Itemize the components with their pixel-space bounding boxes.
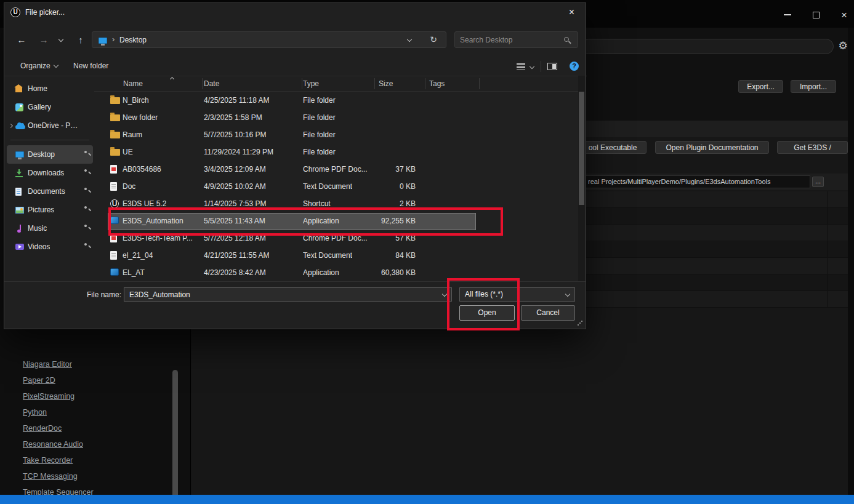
- file-size: 2 KB: [342, 199, 416, 208]
- plugin-list-item-tcp-messaging[interactable]: TCP Messaging: [23, 468, 164, 484]
- plugin-list-item-renderdoc[interactable]: RenderDoc: [23, 420, 164, 436]
- column-divider[interactable]: [374, 78, 375, 89]
- sort-ascending-icon: [170, 77, 174, 81]
- column-header-type[interactable]: Type: [303, 79, 319, 88]
- app-icon: [110, 217, 119, 224]
- maximize-button[interactable]: [810, 9, 822, 21]
- export-button[interactable]: Export...: [738, 80, 783, 93]
- close-button[interactable]: [838, 9, 850, 21]
- videos-icon: [15, 244, 24, 250]
- pin-icon: [84, 224, 87, 228]
- file-type: Application: [303, 268, 339, 277]
- address-dropdown-chevron-icon[interactable]: [407, 37, 412, 42]
- file-date: 4/25/2025 11:18 AM: [204, 96, 270, 105]
- open-button[interactable]: Open: [459, 305, 515, 321]
- file-name: E3DS_Automation: [123, 217, 183, 225]
- column-header-date[interactable]: Date: [204, 79, 219, 88]
- file-row-ue[interactable]: UE11/29/2024 11:29 PMFile folder: [94, 143, 579, 161]
- column-divider[interactable]: [479, 78, 480, 89]
- sidebar-item-home[interactable]: Home: [7, 79, 93, 98]
- new-folder-button[interactable]: New folder: [73, 62, 108, 70]
- open-plugin-documentation-button[interactable]: Open Plugin Documentation: [655, 141, 769, 154]
- column-divider[interactable]: [202, 78, 203, 89]
- table-row: [579, 291, 848, 308]
- plugin-path-field[interactable]: real Projects/MultiPlayerDemo/Plugins/E3…: [584, 175, 810, 188]
- resize-grip[interactable]: [578, 321, 582, 326]
- onedrive-icon: [15, 125, 25, 129]
- sidebar-item-desktop[interactable]: Desktop: [7, 145, 93, 164]
- sidebar-item-gallery[interactable]: Gallery: [7, 98, 93, 116]
- minimize-button[interactable]: [781, 9, 794, 21]
- column-divider[interactable]: [302, 78, 302, 89]
- up-button[interactable]: [73, 33, 88, 47]
- file-row-el-21-04[interactable]: el_21_044/21/2025 11:55 AMText Document8…: [94, 247, 579, 264]
- minimize-icon: [784, 14, 791, 15]
- recent-locations-chevron-icon[interactable]: [58, 37, 63, 42]
- column-header-tags[interactable]: Tags: [429, 79, 445, 88]
- breadcrumb-location[interactable]: Desktop: [119, 36, 147, 44]
- file-row-new-folder[interactable]: New folder2/3/2025 1:58 PMFile folder: [94, 109, 579, 126]
- sidebar-item-videos[interactable]: Videos: [7, 238, 93, 256]
- file-row-el-at[interactable]: EL_AT4/23/2025 8:42 AMApplication60,380 …: [94, 264, 579, 281]
- file-row-e3ds-tech-team-p[interactable]: E3DS-Tech-Team P...5/7/2025 12:18 AMChro…: [94, 230, 579, 247]
- file-row-ab0354686[interactable]: AB03546863/4/2025 12:09 AMChrome PDF Doc…: [94, 161, 579, 178]
- file-type-select[interactable]: All files (*.*): [459, 287, 575, 302]
- file-name: E3DS-Tech-Team P...: [123, 234, 193, 242]
- preview-pane-icon[interactable]: [547, 63, 557, 70]
- scrollbar-thumb[interactable]: [172, 370, 178, 504]
- scrollbar-thumb[interactable]: [579, 92, 584, 205]
- cancel-button[interactable]: Cancel: [521, 305, 575, 321]
- view-dropdown-chevron-icon[interactable]: [530, 64, 534, 69]
- file-type: Shortcut: [303, 199, 331, 208]
- forward-button[interactable]: [36, 33, 51, 47]
- file-type: File folder: [303, 113, 336, 122]
- get-e3ds-button[interactable]: Get E3DS /: [777, 141, 848, 154]
- help-icon[interactable]: [570, 62, 579, 71]
- tool-executable-button[interactable]: ool Executable: [579, 141, 647, 154]
- sidebar-item-pictures[interactable]: Pictures: [7, 201, 93, 219]
- file-row-n-birch[interactable]: N_Birch4/25/2025 11:18 AMFile folder: [94, 92, 579, 109]
- file-type-value: All files (*.*): [465, 290, 503, 298]
- file-row-doc[interactable]: Doc4/9/2025 10:02 AMText Document0 KB: [94, 178, 579, 195]
- column-header-name[interactable]: Name: [123, 79, 143, 88]
- back-button[interactable]: [14, 33, 29, 47]
- plugin-list-item-niagara-editor[interactable]: Niagara Editor: [23, 356, 164, 372]
- file-row-raum[interactable]: Raum5/7/2025 10:16 PMFile folder: [94, 126, 579, 143]
- organize-menu[interactable]: Organize: [20, 62, 58, 70]
- plugin-list-item-take-recorder[interactable]: Take Recorder: [23, 452, 164, 468]
- sidebar-item-onedrive-pers[interactable]: OneDrive - Pers...: [7, 116, 93, 135]
- search-input[interactable]: [460, 33, 558, 46]
- status-accent-bar: [0, 495, 854, 504]
- breadcrumb[interactable]: Desktop: [92, 31, 446, 48]
- browse-path-button[interactable]: ...: [812, 177, 824, 187]
- file-row-e3ds-ue-5-2[interactable]: E3DS UE 5.21/14/2025 7:53 PMShortcut2 KB: [94, 195, 579, 212]
- sidebar-item-music[interactable]: Music: [7, 219, 93, 238]
- chevron-right-icon[interactable]: [9, 123, 13, 127]
- plugin-list-item-python[interactable]: Python: [23, 404, 164, 420]
- refresh-icon[interactable]: [430, 34, 437, 44]
- pictures-icon: [15, 207, 24, 214]
- file-row-e3ds-automation[interactable]: E3DS_Automation5/5/2025 11:43 AMApplicat…: [94, 212, 579, 230]
- chevron-down-icon: [53, 63, 58, 68]
- sidebar-item-downloads[interactable]: Downloads: [7, 164, 93, 182]
- plugin-list-item-paper-2d[interactable]: Paper 2D: [23, 372, 164, 388]
- file-date: 5/7/2025 10:16 PM: [204, 130, 266, 139]
- import-button[interactable]: Import...: [791, 80, 836, 93]
- file-name: E3DS UE 5.2: [123, 199, 166, 208]
- file-name: AB0354686: [123, 165, 161, 174]
- dialog-close-button[interactable]: [558, 3, 586, 22]
- view-details-icon[interactable]: [517, 63, 525, 70]
- sidebar-item-documents[interactable]: Documents: [7, 182, 93, 201]
- pdf-icon: [110, 234, 117, 242]
- music-icon: [15, 225, 23, 233]
- column-divider[interactable]: [425, 78, 425, 89]
- column-header-size[interactable]: Size: [379, 79, 393, 88]
- file-name-input[interactable]: [124, 287, 452, 302]
- plugin-list-item-resonance-audio[interactable]: Resonance Audio: [23, 436, 164, 452]
- file-list-scrollbar[interactable]: [578, 76, 585, 281]
- plugin-list-item-pixelstreaming[interactable]: PixelStreaming: [23, 388, 164, 404]
- settings-search-bar[interactable]: [581, 39, 834, 54]
- file-size: 37 KB: [342, 165, 416, 174]
- file-size: 60,380 KB: [342, 268, 416, 277]
- file-date: 1/14/2025 7:53 PM: [204, 199, 266, 208]
